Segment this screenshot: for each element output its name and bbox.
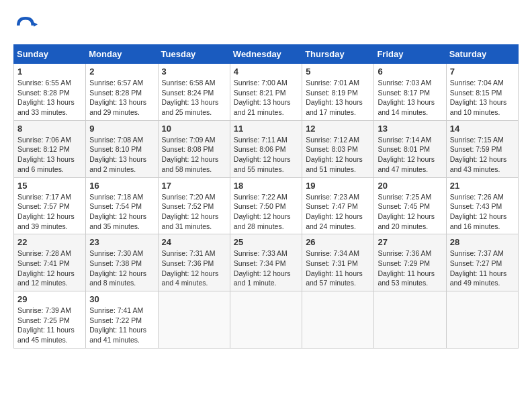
calendar-cell: 1Sunrise: 6:55 AM Sunset: 8:28 PM Daylig… — [14, 64, 86, 121]
day-info: Sunrise: 7:14 AM Sunset: 8:01 PM Dayligh… — [378, 135, 442, 175]
day-info: Sunrise: 7:37 AM Sunset: 7:27 PM Dayligh… — [450, 248, 515, 288]
calendar-week-1: 1Sunrise: 6:55 AM Sunset: 8:28 PM Daylig… — [14, 64, 519, 121]
calendar-body: 1Sunrise: 6:55 AM Sunset: 8:28 PM Daylig… — [14, 64, 519, 349]
day-number: 1 — [17, 66, 82, 77]
day-number: 30 — [89, 294, 154, 304]
day-number: 5 — [306, 66, 370, 77]
day-number: 28 — [450, 237, 515, 247]
calendar-cell: 22Sunrise: 7:28 AM Sunset: 7:41 PM Dayli… — [14, 234, 86, 291]
header-cell-saturday: Saturday — [446, 45, 518, 64]
calendar-week-5: 29Sunrise: 7:39 AM Sunset: 7:25 PM Dayli… — [14, 291, 519, 349]
calendar-cell: 9Sunrise: 7:08 AM Sunset: 8:10 PM Daylig… — [86, 120, 158, 177]
day-number: 14 — [450, 124, 515, 134]
day-info: Sunrise: 7:03 AM Sunset: 8:17 PM Dayligh… — [378, 78, 442, 118]
day-info: Sunrise: 7:08 AM Sunset: 8:10 PM Dayligh… — [89, 135, 154, 175]
day-info: Sunrise: 7:34 AM Sunset: 7:31 PM Dayligh… — [306, 248, 370, 288]
calendar-cell: 20Sunrise: 7:25 AM Sunset: 7:45 PM Dayli… — [374, 177, 446, 234]
calendar-cell: 10Sunrise: 7:09 AM Sunset: 8:08 PM Dayli… — [158, 120, 230, 177]
calendar-cell: 7Sunrise: 7:04 AM Sunset: 8:15 PM Daylig… — [446, 64, 518, 121]
calendar-cell: 19Sunrise: 7:23 AM Sunset: 7:47 PM Dayli… — [302, 177, 374, 234]
calendar-cell: 24Sunrise: 7:31 AM Sunset: 7:36 PM Dayli… — [158, 234, 230, 291]
day-number: 22 — [17, 237, 82, 247]
calendar-cell: 13Sunrise: 7:14 AM Sunset: 8:01 PM Dayli… — [374, 120, 446, 177]
day-number: 27 — [378, 237, 442, 247]
calendar-cell: 18Sunrise: 7:22 AM Sunset: 7:50 PM Dayli… — [230, 177, 302, 234]
day-number: 6 — [378, 66, 442, 77]
calendar-cell — [158, 291, 230, 349]
day-number: 9 — [89, 124, 154, 134]
calendar-cell: 16Sunrise: 7:18 AM Sunset: 7:54 PM Dayli… — [86, 177, 158, 234]
header-cell-thursday: Thursday — [302, 45, 374, 64]
day-info: Sunrise: 7:15 AM Sunset: 7:59 PM Dayligh… — [450, 135, 515, 175]
calendar-cell: 5Sunrise: 7:01 AM Sunset: 8:19 PM Daylig… — [302, 64, 374, 121]
day-info: Sunrise: 7:25 AM Sunset: 7:45 PM Dayligh… — [378, 192, 442, 232]
header-cell-monday: Monday — [86, 45, 158, 64]
calendar-cell: 25Sunrise: 7:33 AM Sunset: 7:34 PM Dayli… — [230, 234, 302, 291]
header-row: SundayMondayTuesdayWednesdayThursdayFrid… — [14, 45, 519, 64]
calendar-cell: 3Sunrise: 6:58 AM Sunset: 8:24 PM Daylig… — [158, 64, 230, 121]
day-info: Sunrise: 7:41 AM Sunset: 7:22 PM Dayligh… — [89, 306, 154, 345]
day-number: 11 — [234, 124, 298, 134]
day-info: Sunrise: 7:30 AM Sunset: 7:38 PM Dayligh… — [89, 248, 154, 288]
day-number: 25 — [234, 237, 298, 247]
day-number: 8 — [17, 124, 82, 134]
day-number: 24 — [162, 237, 226, 247]
calendar-cell — [302, 291, 374, 349]
day-info: Sunrise: 7:26 AM Sunset: 7:43 PM Dayligh… — [450, 192, 515, 232]
day-number: 20 — [378, 181, 442, 191]
day-info: Sunrise: 6:55 AM Sunset: 8:28 PM Dayligh… — [17, 78, 82, 118]
day-number: 15 — [17, 181, 82, 191]
logo — [13, 13, 42, 38]
header-cell-wednesday: Wednesday — [230, 45, 302, 64]
calendar-cell: 28Sunrise: 7:37 AM Sunset: 7:27 PM Dayli… — [446, 234, 518, 291]
day-number: 23 — [89, 237, 154, 247]
day-number: 3 — [162, 66, 226, 77]
header-cell-sunday: Sunday — [14, 45, 86, 64]
day-number: 19 — [306, 181, 370, 191]
calendar-cell: 17Sunrise: 7:20 AM Sunset: 7:52 PM Dayli… — [158, 177, 230, 234]
calendar-week-4: 22Sunrise: 7:28 AM Sunset: 7:41 PM Dayli… — [14, 234, 519, 291]
day-number: 21 — [450, 181, 515, 191]
calendar-cell: 30Sunrise: 7:41 AM Sunset: 7:22 PM Dayli… — [86, 291, 158, 349]
day-number: 4 — [234, 66, 298, 77]
calendar-cell — [446, 291, 518, 349]
calendar-cell: 26Sunrise: 7:34 AM Sunset: 7:31 PM Dayli… — [302, 234, 374, 291]
calendar-cell: 27Sunrise: 7:36 AM Sunset: 7:29 PM Dayli… — [374, 234, 446, 291]
day-info: Sunrise: 7:09 AM Sunset: 8:08 PM Dayligh… — [162, 135, 226, 175]
calendar-cell: 15Sunrise: 7:17 AM Sunset: 7:57 PM Dayli… — [14, 177, 86, 234]
calendar-table: SundayMondayTuesdayWednesdayThursdayFrid… — [13, 44, 519, 349]
day-number: 16 — [89, 181, 154, 191]
calendar-cell: 4Sunrise: 7:00 AM Sunset: 8:21 PM Daylig… — [230, 64, 302, 121]
day-info: Sunrise: 7:31 AM Sunset: 7:36 PM Dayligh… — [162, 248, 226, 288]
day-info: Sunrise: 7:00 AM Sunset: 8:21 PM Dayligh… — [234, 78, 298, 118]
calendar-cell: 14Sunrise: 7:15 AM Sunset: 7:59 PM Dayli… — [446, 120, 518, 177]
calendar-cell: 6Sunrise: 7:03 AM Sunset: 8:17 PM Daylig… — [374, 64, 446, 121]
day-number: 2 — [89, 66, 154, 77]
day-info: Sunrise: 7:17 AM Sunset: 7:57 PM Dayligh… — [17, 192, 82, 232]
day-info: Sunrise: 6:58 AM Sunset: 8:24 PM Dayligh… — [162, 78, 226, 118]
day-info: Sunrise: 6:57 AM Sunset: 8:28 PM Dayligh… — [89, 78, 154, 118]
header-cell-friday: Friday — [374, 45, 446, 64]
day-number: 26 — [306, 237, 370, 247]
logo-icon — [13, 13, 38, 38]
day-info: Sunrise: 7:28 AM Sunset: 7:41 PM Dayligh… — [17, 248, 82, 288]
calendar-cell: 2Sunrise: 6:57 AM Sunset: 8:28 PM Daylig… — [86, 64, 158, 121]
page-header — [13, 13, 519, 38]
day-info: Sunrise: 7:12 AM Sunset: 8:03 PM Dayligh… — [306, 135, 370, 175]
day-info: Sunrise: 7:36 AM Sunset: 7:29 PM Dayligh… — [378, 248, 442, 288]
calendar-week-2: 8Sunrise: 7:06 AM Sunset: 8:12 PM Daylig… — [14, 120, 519, 177]
calendar-cell: 29Sunrise: 7:39 AM Sunset: 7:25 PM Dayli… — [14, 291, 86, 349]
day-info: Sunrise: 7:11 AM Sunset: 8:06 PM Dayligh… — [234, 135, 298, 175]
calendar-cell: 21Sunrise: 7:26 AM Sunset: 7:43 PM Dayli… — [446, 177, 518, 234]
calendar-week-3: 15Sunrise: 7:17 AM Sunset: 7:57 PM Dayli… — [14, 177, 519, 234]
day-number: 29 — [17, 294, 82, 304]
calendar-cell — [374, 291, 446, 349]
calendar-cell: 11Sunrise: 7:11 AM Sunset: 8:06 PM Dayli… — [230, 120, 302, 177]
day-info: Sunrise: 7:39 AM Sunset: 7:25 PM Dayligh… — [17, 306, 82, 345]
day-info: Sunrise: 7:20 AM Sunset: 7:52 PM Dayligh… — [162, 192, 226, 232]
day-number: 18 — [234, 181, 298, 191]
calendar-cell: 8Sunrise: 7:06 AM Sunset: 8:12 PM Daylig… — [14, 120, 86, 177]
calendar-header: SundayMondayTuesdayWednesdayThursdayFrid… — [14, 45, 519, 64]
day-info: Sunrise: 7:01 AM Sunset: 8:19 PM Dayligh… — [306, 78, 370, 118]
day-info: Sunrise: 7:04 AM Sunset: 8:15 PM Dayligh… — [450, 78, 515, 118]
